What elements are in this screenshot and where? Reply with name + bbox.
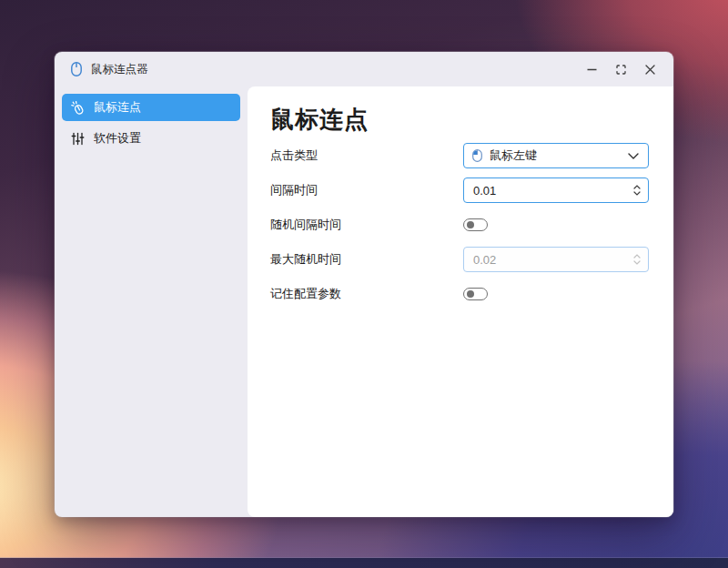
minimize-button[interactable] <box>577 57 606 81</box>
max-random-input: 0.02 <box>463 247 649 272</box>
main-content: 鼠标连点 点击类型 鼠标左键 <box>248 86 673 517</box>
window-title: 鼠标连点器 <box>91 62 148 77</box>
maximize-icon <box>616 65 626 75</box>
spinner-up-icon[interactable] <box>633 185 641 189</box>
form-row-interval: 间隔时间 0.01 <box>270 178 649 203</box>
remember-config-label: 记住配置参数 <box>270 286 341 302</box>
interval-label: 间隔时间 <box>270 182 318 198</box>
max-random-label: 最大随机时间 <box>270 251 341 268</box>
click-type-label: 点击类型 <box>270 147 318 164</box>
form-row-max-random: 最大随机时间 0.02 <box>270 247 649 272</box>
maximize-button[interactable] <box>606 57 635 81</box>
toggle-knob <box>467 290 474 298</box>
form-row-click-type: 点击类型 鼠标左键 <box>270 143 649 168</box>
mouse-click-icon <box>71 101 85 115</box>
random-interval-label: 随机间隔时间 <box>270 217 341 233</box>
sidebar-item-settings[interactable]: 软件设置 <box>62 125 240 152</box>
sidebar-item-label: 鼠标连点 <box>94 99 141 116</box>
app-mouse-icon <box>71 62 82 76</box>
spinner-down-icon <box>633 260 641 265</box>
interval-value: 0.01 <box>473 184 496 198</box>
page-title: 鼠标连点 <box>270 106 649 134</box>
minimize-icon <box>587 65 597 75</box>
interval-input[interactable]: 0.01 <box>463 178 649 203</box>
random-interval-toggle[interactable] <box>463 218 488 231</box>
click-type-select[interactable]: 鼠标左键 <box>463 143 649 168</box>
sidebar-item-label: 软件设置 <box>94 130 141 147</box>
remember-config-toggle[interactable] <box>463 288 488 300</box>
form-row-random-interval: 随机间隔时间 <box>270 212 649 238</box>
click-type-value: 鼠标左键 <box>490 147 537 164</box>
mouse-left-button-icon <box>472 149 482 162</box>
form-row-remember-config: 记住配置参数 <box>270 281 649 307</box>
close-icon <box>645 65 655 75</box>
app-window: 鼠标连点器 <box>55 52 673 517</box>
spinner-up-icon <box>633 254 641 259</box>
max-random-value: 0.02 <box>473 253 496 267</box>
taskbar-strip <box>0 558 728 568</box>
sidebar-item-mouse-clicker[interactable]: 鼠标连点 <box>62 94 240 121</box>
toggle-knob <box>467 221 474 228</box>
sliders-icon <box>71 132 85 146</box>
close-button[interactable] <box>635 57 664 81</box>
chevron-down-icon <box>628 153 639 159</box>
sidebar: 鼠标连点 软件设置 <box>55 86 248 517</box>
spinner-down-icon[interactable] <box>633 191 641 196</box>
titlebar[interactable]: 鼠标连点器 <box>55 52 673 86</box>
